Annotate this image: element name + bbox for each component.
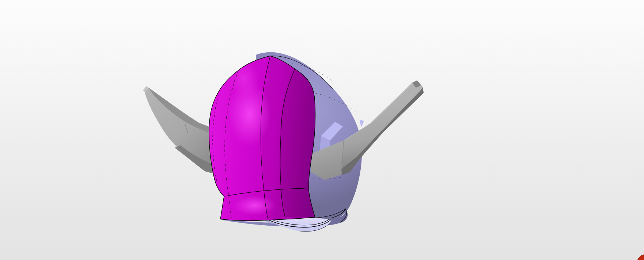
viewport-canvas[interactable]	[0, 0, 644, 260]
cad-viewport	[0, 0, 644, 260]
front-shell-highlight-brim	[234, 196, 276, 215]
